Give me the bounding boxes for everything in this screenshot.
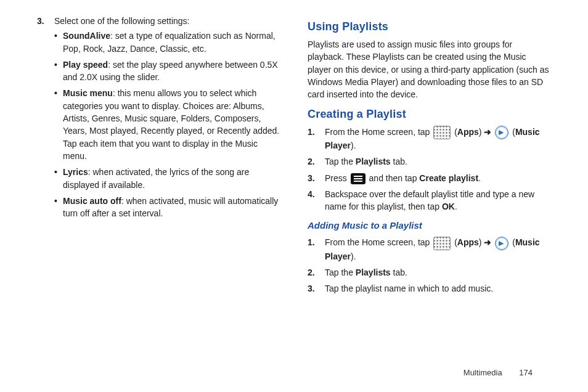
step-number: 1. [308,236,325,263]
setting-soundalive: • SoundAlive: set a type of equalization… [54,30,280,55]
text: From the Home screen, tap [325,127,432,137]
apps-icon [433,126,451,139]
bullet-dot: • [54,30,63,55]
step-body: Tap the Playlists tab. [325,266,551,279]
apps-label: Apps [457,237,479,247]
bullet-dot: • [54,166,63,191]
text: . [478,173,481,183]
bullet-body: SoundAlive: set a type of equalization s… [63,30,280,55]
bullet-body: Play speed: set the play speed anywhere … [63,59,280,84]
text: ). [351,141,356,150]
term: Lyrics [63,167,88,177]
apps-icon [433,237,451,250]
text: From the Home screen, tap [325,237,432,247]
bullet-dot: • [54,59,63,84]
bold: OK [442,202,455,211]
desc: : this menu allows you to select which c… [63,88,279,160]
heading-creating-playlist: Creating a Playlist [308,106,551,122]
text: and then tap [369,173,420,183]
step-number: 4. [308,188,325,213]
bullet-body: Lyrics: when activated, the lyrics of th… [63,166,280,191]
creating-steps: 1. From the Home screen, tap (Apps) ➜ (M… [308,126,551,213]
text: Backspace over the default playlist titl… [325,189,534,211]
page: 3. Select one of the following settings:… [0,0,588,392]
left-column: 3. Select one of the following settings:… [37,15,280,392]
step-number: 3. [308,172,325,184]
bullet-dot: • [54,87,63,162]
section-name: Multimedia [463,368,502,377]
desc: : when activated, the lyrics of the song… [63,167,249,189]
text: Press [325,173,349,183]
music-player-icon [495,237,508,250]
right-column: Using Playlists Playlists are used to as… [308,15,551,392]
text: tab. [391,157,407,166]
step-number: 3. [308,282,325,295]
bullet-body: Music menu: this menu allows you to sele… [63,87,280,162]
creating-step-4: 4. Backspace over the default playlist t… [308,188,551,213]
menu-icon [351,173,365,184]
term: Music auto off [63,196,121,206]
setting-play-speed: • Play speed: set the play speed anywher… [54,59,280,84]
setting-music-auto-off: • Music auto off: when activated, music … [54,195,280,220]
bullet-body: Music auto off: when activated, music wi… [63,195,280,220]
bold: Playlists [356,157,391,166]
using-playlists-body: Playlists are used to assign music files… [308,38,551,100]
step-number: 2. [308,155,325,168]
bullet-dot: • [54,195,63,220]
step-number: 3. [37,15,54,27]
text: ). [351,251,356,261]
page-number: 174 [519,368,533,377]
creating-step-2: 2. Tap the Playlists tab. [308,155,551,168]
step-3: 3. Select one of the following settings: [37,15,280,27]
music-player-icon [495,126,508,139]
page-columns: 3. Select one of the following settings:… [0,0,588,392]
adding-step-1: 1. From the Home screen, tap (Apps) ➜ (M… [308,236,551,263]
term: Music menu [63,88,113,98]
page-footer: Multimedia 174 [463,368,533,377]
step-body: Backspace over the default playlist titl… [325,188,551,213]
paren: ) [479,127,482,137]
step-body: Tap the Playlists tab. [325,155,551,168]
term: SoundAlive [63,31,110,41]
adding-step-3: 3. Tap the playlist name in which to add… [308,282,551,295]
step-number: 1. [308,126,325,152]
adding-steps: 1. From the Home screen, tap (Apps) ➜ (M… [308,236,551,295]
arrow-icon: ➜ [484,127,494,137]
step-body: From the Home screen, tap (Apps) ➜ (Musi… [325,126,551,152]
arrow-icon: ➜ [484,237,494,247]
heading-using-playlists: Using Playlists [308,18,551,35]
apps-label: Apps [457,127,479,137]
term: Play speed [63,60,108,70]
text: Tap the [325,267,356,277]
adding-step-2: 2. Tap the Playlists tab. [308,266,551,279]
bold: Playlists [356,267,391,277]
step-body: From the Home screen, tap (Apps) ➜ (Musi… [325,236,551,263]
step-body: Press and then tap Create playlist. [325,172,551,184]
creating-step-3: 3. Press and then tap Create playlist. [308,172,551,184]
step-number: 2. [308,266,325,279]
text: Tap the [325,157,356,166]
step-intro: Select one of the following settings: [54,15,280,27]
step-body: Tap the playlist name in which to add mu… [325,282,551,295]
creating-step-1: 1. From the Home screen, tap (Apps) ➜ (M… [308,126,551,152]
heading-adding-music: Adding Music to a Playlist [308,219,551,232]
bold: Create playlist [419,173,478,183]
text: tab. [391,267,407,277]
settings-list: • SoundAlive: set a type of equalization… [54,30,280,219]
text: . [455,202,457,211]
paren: ) [479,237,482,247]
setting-lyrics: • Lyrics: when activated, the lyrics of … [54,166,280,191]
setting-music-menu: • Music menu: this menu allows you to se… [54,87,280,162]
